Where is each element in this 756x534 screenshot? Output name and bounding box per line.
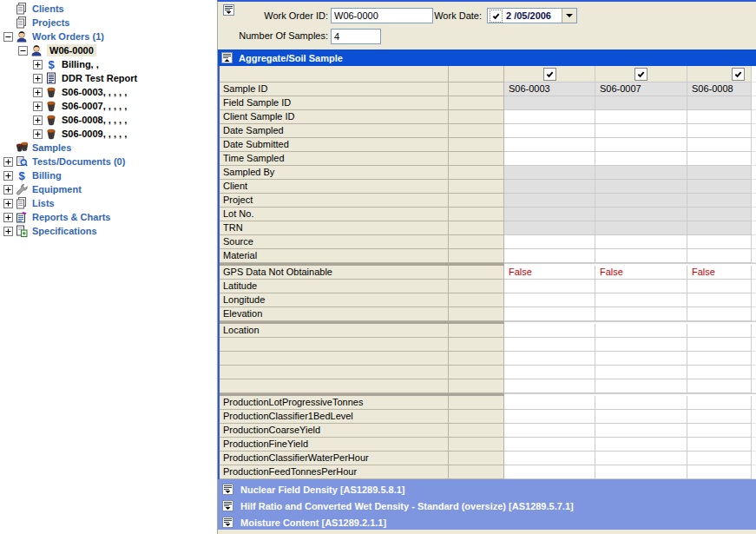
grid-cell[interactable] — [687, 280, 752, 293]
grid-cell[interactable] — [687, 180, 752, 194]
grid-cell[interactable] — [504, 379, 595, 393]
grid-cell[interactable] — [687, 208, 752, 221]
grid-cell[interactable] — [504, 465, 595, 479]
collapse-minus-icon[interactable] — [18, 46, 28, 56]
grid-cell[interactable] — [595, 180, 687, 194]
grid-cell[interactable] — [687, 379, 752, 393]
grid-cell[interactable] — [504, 152, 595, 166]
grid-cell[interactable] — [504, 249, 595, 263]
grid-cell[interactable] — [504, 194, 595, 208]
grid-cell[interactable] — [687, 235, 752, 249]
grid-cell[interactable] — [595, 194, 687, 208]
grid-cell[interactable] — [687, 410, 752, 424]
grid-cell[interactable] — [595, 396, 687, 410]
expand-plus-icon[interactable] — [3, 199, 13, 208]
work-date-dropdown-button[interactable] — [562, 9, 576, 23]
grid-cell[interactable] — [595, 208, 687, 221]
tree-item-reports-charts[interactable]: Reports & Charts — [0, 210, 217, 224]
tree-item-s06-0003[interactable]: S06-0003, , , , , — [0, 85, 217, 99]
grid-cell[interactable] — [687, 307, 752, 321]
tree-item-s06-0007[interactable]: S06-0007, , , , , — [0, 99, 217, 113]
expand-plus-icon[interactable] — [3, 157, 13, 167]
grid-cell[interactable] — [504, 307, 595, 321]
grid-cell[interactable] — [687, 110, 752, 124]
grid-cell[interactable] — [595, 280, 687, 293]
sample-include-checkbox[interactable] — [504, 66, 595, 82]
grid-cell[interactable] — [687, 152, 752, 166]
grid-cell[interactable] — [687, 324, 752, 338]
expand-plus-icon[interactable] — [33, 74, 43, 83]
collapse-minus-icon[interactable] — [3, 32, 13, 42]
tree-item-s06-0009[interactable]: S06-0009, , , , , — [0, 127, 217, 141]
grid-cell[interactable] — [595, 438, 687, 452]
grid-cell[interactable] — [504, 293, 595, 307]
grid-cell[interactable] — [687, 366, 752, 379]
grid-cell[interactable]: S06-0008 — [687, 82, 752, 96]
test-section-bar[interactable]: Moisture Content [AS1289.2.1.1] — [218, 514, 756, 531]
grid-cell[interactable] — [687, 452, 752, 465]
grid-cell[interactable] — [687, 166, 752, 180]
expand-plus-icon[interactable] — [33, 88, 43, 97]
grid-cell[interactable] — [504, 438, 595, 452]
sample-include-checkbox[interactable] — [687, 66, 752, 82]
test-section-bar[interactable]: Hilf Ratio and Converted Wet Density - S… — [218, 498, 756, 514]
expand-plus-icon[interactable] — [33, 115, 43, 125]
grid-cell[interactable] — [687, 338, 752, 352]
collapse-section-button[interactable] — [221, 52, 233, 63]
grid-cell[interactable] — [595, 424, 687, 438]
grid-cell[interactable] — [687, 293, 752, 307]
grid-cell[interactable]: S06-0007 — [595, 82, 687, 96]
sample-include-checkbox[interactable] — [595, 66, 687, 82]
tree-item-equipment[interactable]: Equipment — [0, 182, 217, 196]
expand-plus-icon[interactable] — [33, 102, 43, 111]
grid-cell[interactable] — [595, 324, 687, 338]
expand-plus-icon[interactable] — [33, 129, 43, 139]
tree-item-lists[interactable]: Lists — [0, 196, 217, 210]
expand-plus-icon[interactable] — [3, 227, 13, 236]
grid-cell[interactable]: False — [687, 266, 752, 280]
tree-item-clients[interactable]: Clients — [0, 2, 217, 16]
grid-cell[interactable] — [595, 465, 687, 479]
grid-cell[interactable] — [504, 410, 595, 424]
grid-cell[interactable] — [687, 352, 752, 366]
grid-cell[interactable] — [687, 138, 752, 152]
grid-cell[interactable] — [504, 396, 595, 410]
grid-cell[interactable] — [504, 124, 595, 138]
grid-cell[interactable] — [504, 324, 595, 338]
grid-cell[interactable] — [687, 96, 752, 110]
grid-cell[interactable] — [595, 166, 687, 180]
expand-section-button[interactable] — [222, 484, 233, 495]
tree-item-tests-documents[interactable]: Tests/Documents (0) — [0, 155, 217, 168]
grid-cell[interactable] — [595, 293, 687, 307]
grid-cell[interactable] — [595, 249, 687, 263]
grid-cell[interactable] — [595, 110, 687, 124]
grid-cell[interactable] — [504, 138, 595, 152]
grid-cell[interactable] — [504, 96, 595, 110]
grid-cell[interactable] — [687, 124, 752, 138]
expand-plus-icon[interactable] — [3, 185, 13, 194]
expand-section-button[interactable] — [222, 517, 233, 528]
work-order-id-input[interactable] — [331, 8, 433, 23]
grid-cell[interactable] — [595, 96, 687, 110]
grid-cell[interactable] — [595, 235, 687, 249]
tree-item-w06-0000[interactable]: W06-0000 — [0, 43, 217, 57]
grid-cell[interactable] — [687, 465, 752, 479]
grid-cell[interactable] — [595, 366, 687, 379]
grid-cell[interactable] — [504, 424, 595, 438]
grid-cell[interactable] — [687, 194, 752, 208]
aggregate-soil-sample-header[interactable]: Aggregate/Soil Sample — [218, 49, 756, 66]
grid-cell[interactable] — [595, 410, 687, 424]
grid-cell[interactable] — [504, 110, 595, 124]
grid-cell[interactable] — [595, 352, 687, 366]
grid-cell[interactable] — [687, 424, 752, 438]
grid-cell[interactable] — [504, 221, 595, 235]
grid-cell[interactable] — [504, 166, 595, 180]
grid-cell[interactable]: False — [504, 266, 595, 280]
tree-item-s06-0008[interactable]: S06-0008, , , , , — [0, 113, 217, 127]
grid-cell[interactable] — [595, 379, 687, 393]
grid-cell[interactable] — [595, 307, 687, 321]
grid-cell[interactable] — [504, 208, 595, 221]
grid-cell[interactable] — [595, 152, 687, 166]
expand-plus-icon[interactable] — [33, 60, 43, 69]
tree-item-billing[interactable]: $Billing — [0, 168, 217, 182]
